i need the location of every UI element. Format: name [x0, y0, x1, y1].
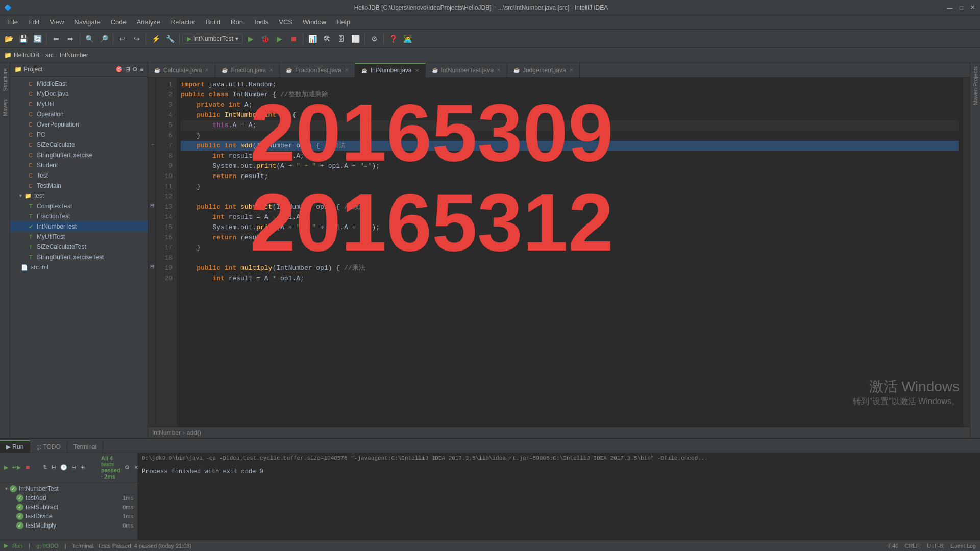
toolbar-sync-button[interactable]: 🔄 — [31, 32, 44, 45]
sidebar-item-myutiltest[interactable]: T MyUtilTest — [10, 232, 148, 242]
menu-build[interactable]: Build — [201, 17, 226, 27]
menu-window[interactable]: Window — [298, 17, 331, 27]
toolbar-profiler-button[interactable]: 📊 — [306, 32, 319, 45]
structure-tab[interactable]: Structure — [1, 64, 9, 95]
sidebar-item-complextest[interactable]: T ComplexTest — [10, 201, 148, 211]
tab-intnumber[interactable]: ☕ IntNumber.java ✕ — [355, 63, 426, 77]
sidebar-item-myutil[interactable]: C MyUtil — [10, 99, 148, 109]
test-multiply-item[interactable]: ✓ testMultiply 0ms — [0, 521, 137, 530]
toolbar-help-button[interactable]: ❓ — [386, 32, 400, 45]
sidebar-item-srciml[interactable]: 📄 src.iml — [10, 262, 148, 272]
toolbar-find-button[interactable]: 🔎 — [97, 32, 110, 45]
test-subtract-item[interactable]: ✓ testSubtract 0ms — [0, 503, 137, 512]
minimize-button[interactable]: — — [946, 4, 953, 11]
tab-run[interactable]: ▶ Run — [0, 440, 30, 453]
maven-projects-tab[interactable]: Maven Projects — [971, 62, 979, 109]
sidebar-item-pc[interactable]: C PC — [10, 130, 148, 140]
sidebar-gear-icon[interactable]: ≡ — [140, 66, 143, 73]
maven-tab[interactable]: Maven — [1, 95, 9, 120]
sidebar-item-test-class[interactable]: C Test — [10, 170, 148, 181]
sidebar-item-mydoc[interactable]: C MyDoc.java — [10, 89, 148, 99]
tab-close-icon[interactable]: ✕ — [569, 67, 573, 73]
toolbar-search-button[interactable]: 🔍 — [83, 32, 96, 45]
sidebar-item-test-folder[interactable]: ▼ 📁 test — [10, 191, 148, 201]
debug-button[interactable]: 🐞 — [258, 32, 272, 45]
stop-button[interactable]: ⏹ — [25, 464, 31, 470]
sidebar-item-fractiontest[interactable]: T FractionTest — [10, 211, 148, 221]
sidebar-item-stringbufferexercise[interactable]: C StringBufferExercise — [10, 150, 148, 160]
coverage-button[interactable]: ▶ — [273, 32, 286, 45]
breadcrumb-root[interactable]: HelloJDB — [14, 52, 39, 59]
toolbar-assistant-button[interactable]: 🧑‍💻 — [401, 32, 414, 45]
fold-icon-19[interactable]: ⊟ — [148, 261, 156, 271]
toolbar-build-button[interactable]: ⚡ — [149, 32, 162, 45]
sidebar-settings-icon[interactable]: ⚙ — [132, 66, 138, 73]
test-add-item[interactable]: ✓ testAdd 1ms — [0, 493, 137, 503]
fold-icon-13[interactable]: ⊟ — [148, 200, 156, 210]
toolbar-forward-button[interactable]: ➡ — [64, 32, 77, 45]
code-editor[interactable]: → ⊟ ⊟ 12345 678910 — [148, 78, 970, 427]
sidebar-item-sizecalculate[interactable]: C SiZeCalculate — [10, 140, 148, 150]
test-suite-item[interactable]: ▼ ✓ IntNumberTest — [0, 484, 137, 493]
menu-help[interactable]: Help — [331, 17, 355, 27]
toolbar-open-button[interactable]: 📂 — [2, 32, 15, 45]
tab-close-icon[interactable]: ✕ — [497, 67, 501, 73]
menu-file[interactable]: File — [2, 17, 23, 27]
menu-refactor[interactable]: Refactor — [165, 17, 201, 27]
menu-analyze[interactable]: Analyze — [132, 17, 165, 27]
close-button[interactable]: ✕ — [969, 4, 976, 11]
tab-close-icon[interactable]: ✕ — [415, 68, 419, 73]
toolbar-save-button[interactable]: 💾 — [16, 32, 30, 45]
expand-button[interactable]: ⊞ — [80, 464, 85, 471]
tab-terminal[interactable]: Terminal — [67, 441, 103, 453]
toolbar-back-button[interactable]: ⬅ — [50, 32, 63, 45]
menu-code[interactable]: Code — [106, 17, 132, 27]
menu-vcs[interactable]: VCS — [274, 17, 298, 27]
tab-intnumbertest[interactable]: ☕ IntNumberTest.java ✕ — [426, 63, 507, 77]
toolbar-settings-icon[interactable]: ⚙ — [125, 464, 130, 471]
stop-button[interactable]: ⏹ — [287, 32, 300, 45]
sidebar-item-operation[interactable]: C Operation — [10, 109, 148, 119]
breadcrumb-src[interactable]: src — [45, 52, 54, 59]
sidebar-item-testmain[interactable]: C TestMain — [10, 181, 148, 191]
sidebar-item-middleeast[interactable]: C MiddleEast — [10, 79, 148, 89]
sort-button[interactable]: ⇅ — [43, 464, 47, 471]
rerun-failed-button[interactable]: ↩▶ — [12, 464, 21, 471]
tab-close-icon[interactable]: ✕ — [205, 67, 209, 73]
sidebar-item-intnumbertest[interactable]: ✔ IntNumberTest — [10, 221, 148, 232]
tab-close-icon[interactable]: ✕ — [345, 67, 349, 73]
tab-todo[interactable]: g: TODO — [30, 441, 67, 453]
menu-tools[interactable]: Tools — [248, 17, 274, 27]
toolbar-tools-button[interactable]: 🛠 — [320, 32, 333, 45]
run-config-selector[interactable]: ▶ IntNumberTest ▾ — [182, 34, 243, 44]
run-again-button[interactable]: ▶ — [4, 464, 8, 471]
test-divide-item[interactable]: ✓ testDivide 1ms — [0, 512, 137, 521]
sidebar-item-sizecalculatetest[interactable]: T SiZeCalculateTest — [10, 242, 148, 252]
sidebar-collapse-icon[interactable]: ⊟ — [125, 66, 130, 73]
sidebar-item-overpopulation[interactable]: C OverPopulation — [10, 119, 148, 130]
menu-edit[interactable]: Edit — [23, 17, 44, 27]
sidebar-locate-icon[interactable]: 🎯 — [115, 66, 123, 73]
history-button[interactable]: 🕑 — [60, 464, 67, 471]
menu-view[interactable]: View — [44, 17, 69, 27]
tab-fraction[interactable]: ☕ Fraction.java ✕ — [215, 63, 280, 77]
filter-button[interactable]: ⊟ — [52, 464, 56, 471]
toolbar-redo-button[interactable]: ↪ — [130, 32, 143, 45]
tab-calculate[interactable]: ☕ Calculate.java ✕ — [148, 63, 215, 77]
tab-fractiontest[interactable]: ☕ FractionTest.java ✕ — [280, 63, 355, 77]
tab-judgement[interactable]: ☕ Judgement.java ✕ — [507, 63, 580, 77]
menu-run[interactable]: Run — [226, 17, 248, 27]
event-log[interactable]: Event Log — [950, 543, 976, 549]
toolbar-ant-button[interactable]: 🔧 — [163, 32, 177, 45]
toolbar-db-button[interactable]: 🗄 — [334, 32, 348, 45]
toolbar-settings-button[interactable]: ⚙ — [368, 32, 381, 45]
maximize-button[interactable]: □ — [958, 4, 965, 11]
run-button[interactable]: ▶ — [244, 32, 257, 45]
sidebar-item-student[interactable]: C Student — [10, 160, 148, 170]
tab-close-icon[interactable]: ✕ — [269, 67, 273, 73]
breadcrumb-file[interactable]: IntNumber — [60, 52, 88, 59]
toolbar-undo-button[interactable]: ↩ — [116, 32, 129, 45]
menu-navigate[interactable]: Navigate — [69, 17, 105, 27]
code-content[interactable]: import java.util.Random; public class In… — [177, 78, 963, 427]
sidebar-item-stringbufferexercisetest[interactable]: T StringBufferExerciseTest — [10, 252, 148, 262]
